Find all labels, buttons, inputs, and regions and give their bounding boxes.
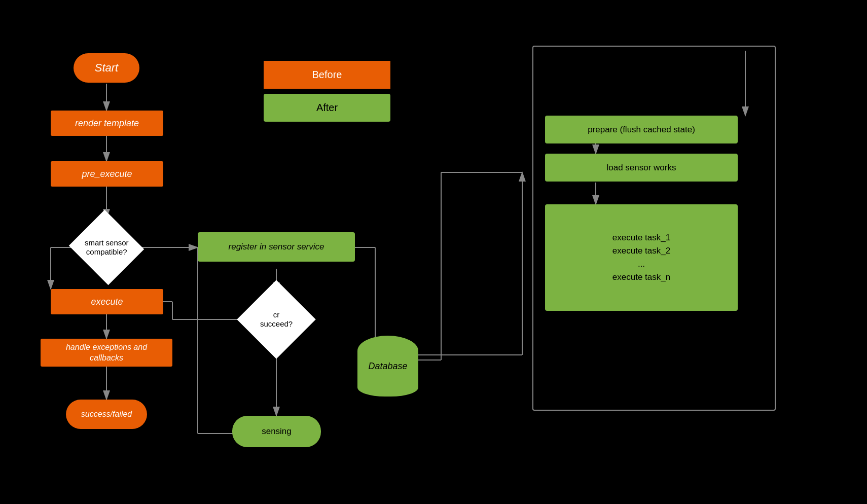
execute-task-1: execute task_1 xyxy=(612,233,670,243)
cr-succeed-diamond: crsucceed? xyxy=(237,280,316,359)
diagram-container: Before After Start render template pre_e… xyxy=(0,0,867,504)
legend-before: Before xyxy=(264,61,390,89)
execute-tasks-shape: execute task_1 execute task_2 ... execut… xyxy=(545,204,738,311)
success-failed-shape: success/failed xyxy=(66,400,147,429)
smart-sensor-diamond: smart sensorcompatible? xyxy=(69,210,144,285)
cr-succeed-label: crsucceed? xyxy=(260,310,293,329)
sensing-shape: sensing xyxy=(232,416,321,447)
execute-shape: execute xyxy=(51,289,163,314)
render-template-shape: render template xyxy=(51,111,163,136)
legend-after: After xyxy=(264,94,390,122)
register-sensor-shape: register in sensor service xyxy=(198,232,355,262)
database-shape: Database xyxy=(357,336,418,397)
handle-exceptions-shape: handle exceptions andcallbacks xyxy=(41,339,172,367)
execute-task-n: execute task_n xyxy=(612,272,670,282)
prepare-shape: prepare (flush cached state) xyxy=(545,116,738,143)
load-sensor-shape: load sensor works xyxy=(545,154,738,182)
pre-execute-shape: pre_execute xyxy=(51,161,163,187)
execute-task-2: execute task_2 xyxy=(612,246,670,256)
start-shape: Start xyxy=(74,53,139,83)
smart-sensor-label: smart sensorcompatible? xyxy=(85,238,129,257)
execute-task-ellipsis: ... xyxy=(638,259,645,269)
